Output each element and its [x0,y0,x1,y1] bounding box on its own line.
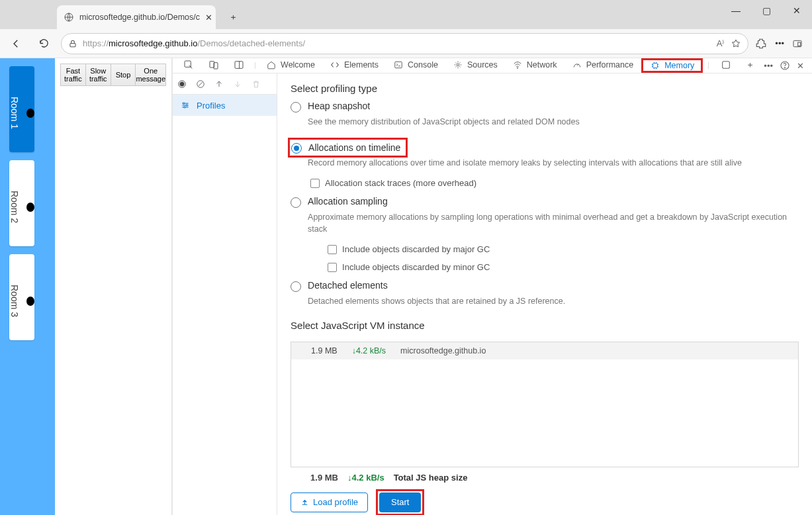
tab-title: microsoftedge.github.io/Demos/c [79,13,200,22]
vm-instance-row[interactable]: 1.9 MB ↓4.2 kB/s microsoftedge.github.io [291,342,798,359]
heap-total-row: 1.9 MB ↓4.2 kB/s Total JS heap size [291,467,799,487]
tab-welcome[interactable]: Welcome [259,58,322,73]
refresh-button[interactable] [33,33,54,54]
new-tab-button[interactable]: ＋ [222,7,244,28]
allocation-sampling-desc: Approximate memory allocations by sampli… [308,212,799,235]
status-dot-icon [26,297,34,306]
window-controls: — ▢ ✕ [721,0,812,21]
address-bar-row: https://microsoftedge.github.io/Demos/de… [0,29,812,58]
status-dot-icon [26,203,34,212]
tab-container-icon[interactable] [714,58,738,73]
help-icon[interactable] [780,60,790,71]
more-tools-icon[interactable]: ••• [764,61,773,71]
radio-icon [291,102,301,113]
add-tab-button[interactable]: ＋ [739,58,761,73]
traffic-panel: Fast traffic Slow traffic Stop One messa… [55,58,172,515]
save-profile-icon [232,79,243,89]
tab-network[interactable]: Network [506,58,564,73]
start-button[interactable]: Start [379,492,421,512]
address-bar[interactable]: https://microsoftedge.github.io/Demos/de… [61,33,748,54]
room-2-button[interactable]: Room 2 [9,160,34,246]
one-message-button[interactable]: One message [136,64,166,86]
record-icon[interactable] [177,79,187,89]
stop-button[interactable]: Stop [111,64,136,86]
profiles-sidebar: Profiles [173,73,277,515]
load-profile-button[interactable]: Load profile [291,492,368,512]
page-area: Room 1 Room 2 Room 3 Fast traffic Slow t… [0,58,812,515]
toolbar-extensions: ••• [755,38,807,50]
svg-rect-13 [723,62,730,69]
tab-performance[interactable]: Performance [565,58,641,73]
devtools-tabstrip: Welcome Elements Console Sources Network… [173,58,812,73]
maximize-button[interactable]: ▢ [751,0,782,21]
close-window-button[interactable]: ✕ [782,0,812,21]
radio-icon [291,143,302,154]
read-aloud-icon[interactable]: A⁾ [717,38,725,48]
inspect-button[interactable] [177,58,201,73]
option-detached-elements[interactable]: Detached elements [291,280,799,292]
room-3-button[interactable]: Room 3 [9,254,34,340]
checkbox-icon [310,179,320,188]
dock-side-button[interactable] [227,58,251,73]
svg-point-10 [457,64,459,66]
minimize-button[interactable]: — [721,0,751,21]
checkbox-icon [328,245,337,254]
room-1-button[interactable]: Room 1 [9,66,34,152]
option-heap-snapshot[interactable]: Heap snapshot [291,101,799,113]
svg-point-25 [184,107,185,108]
rooms-sidebar: Room 1 Room 2 Room 3 [0,58,55,515]
fast-traffic-button[interactable]: Fast traffic [60,64,86,86]
close-tab-icon[interactable]: ✕ [205,13,212,23]
globe-icon [64,12,74,23]
heap-snapshot-desc: See the memory distribution of JavaScrip… [308,117,799,128]
minor-gc-checkbox[interactable]: Include objects discarded by minor GC [328,262,799,272]
svg-point-15 [784,68,785,68]
back-button[interactable] [5,33,26,54]
svg-rect-12 [653,64,658,68]
memory-main-panel: Select profiling type Heap snapshot See … [277,73,812,515]
favorite-icon[interactable] [731,38,741,49]
app-mode-icon[interactable] [792,38,803,49]
tab-sources[interactable]: Sources [446,58,504,73]
slow-traffic-button[interactable]: Slow traffic [86,64,111,86]
extensions-icon[interactable] [755,38,767,50]
vm-instance-list: 1.9 MB ↓4.2 kB/s microsoftedge.github.io [291,342,799,467]
svg-rect-9 [395,62,402,68]
svg-point-16 [180,81,185,86]
tab-console[interactable]: Console [386,58,445,73]
svg-point-24 [186,105,187,106]
svg-point-23 [183,103,185,104]
memory-toolbar [173,73,277,95]
svg-rect-7 [235,62,243,69]
status-dot-icon [26,109,34,118]
allocations-timeline-desc: Record memory allocations over time and … [308,158,799,169]
devtools-panel: Welcome Elements Console Sources Network… [172,58,812,515]
radio-icon [291,197,301,208]
checkbox-icon [328,263,337,272]
clear-icon[interactable] [195,79,206,89]
option-allocations-timeline[interactable]: Allocations on timeline [288,138,408,158]
profiles-nav-item[interactable]: Profiles [173,95,277,116]
more-menu-icon[interactable]: ••• [775,38,784,48]
close-devtools-icon[interactable]: ✕ [797,61,804,71]
delete-profile-icon [251,79,261,89]
device-emulation-button[interactable] [202,58,226,73]
tab-memory[interactable]: Memory [641,58,703,73]
start-button-highlight: Start [376,489,424,516]
option-allocation-sampling[interactable]: Allocation sampling [291,196,799,208]
svg-rect-1 [70,43,75,46]
major-gc-checkbox[interactable]: Include objects discarded by major GC [328,244,799,254]
vm-heading: Select JavaScript VM instance [291,320,799,331]
window-title-bar: microsoftedge.github.io/Demos/c ✕ ＋ — ▢ … [0,0,812,29]
lock-icon [68,39,77,48]
tab-elements[interactable]: Elements [323,58,385,73]
svg-rect-3 [798,42,801,46]
sliders-icon [181,101,190,110]
svg-line-19 [199,81,203,86]
browser-tab[interactable]: microsoftedge.github.io/Demos/c ✕ [57,5,216,29]
upload-icon [300,498,309,506]
stack-traces-checkbox[interactable]: Allocation stack traces (more overhead) [310,178,799,188]
profiling-type-heading: Select profiling type [291,83,799,94]
collect-garbage-icon[interactable] [214,79,224,89]
svg-point-11 [517,68,518,68]
